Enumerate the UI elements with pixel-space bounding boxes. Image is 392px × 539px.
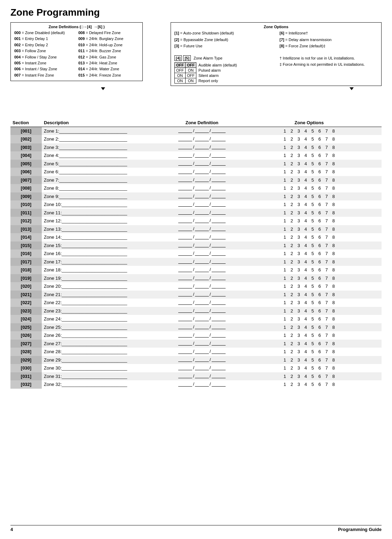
zo-num-7: 7 xyxy=(324,210,329,215)
description-cell: Zone 10:__________________________ xyxy=(42,200,167,209)
alarm-r2-label: Pulsed alarm xyxy=(196,68,239,73)
zd-001: 001 = Entry Delay 1 xyxy=(14,36,75,41)
footnote1: † Intellizone is not for use in UL insta… xyxy=(280,55,378,61)
zo-num-7: 7 xyxy=(324,292,329,297)
zo-num-6: 6 xyxy=(317,300,322,305)
section-cell: [015] xyxy=(10,241,42,250)
slash-field: / / xyxy=(178,234,225,239)
slash-seg-3 xyxy=(212,259,226,264)
slash-seg-2 xyxy=(195,349,209,354)
slash-field: / / xyxy=(178,201,225,207)
zo-num-7: 7 xyxy=(324,243,329,248)
alarm-type-section: [4] [5] Zone Alarm Type OFF OFF Audible … xyxy=(174,55,239,84)
slash-seg-2 xyxy=(195,169,209,174)
zo-num-7: 7 xyxy=(324,218,329,223)
zone-def-cell: / / xyxy=(167,143,237,152)
info-boxes: Zone Definitions (□→[4] →[6] ) 000 = Zon… xyxy=(10,22,382,86)
zd-013: 013 = 24Hr. Heat Zone xyxy=(78,61,139,66)
zo-num-6: 6 xyxy=(317,202,322,207)
main-table: Section Description Zone Definition Zone… xyxy=(10,119,382,389)
zo-num-5: 5 xyxy=(310,374,315,379)
zo-1: [1] = Auto-zone Shutdown (default) xyxy=(174,30,273,36)
zo-num-4: 4 xyxy=(303,276,308,281)
zo-num-6: 6 xyxy=(317,161,322,166)
slash-field: / / xyxy=(178,357,225,362)
slash-field: / / xyxy=(178,300,225,305)
description-cell: Zone 25:__________________________ xyxy=(42,323,167,332)
zo-num-4: 4 xyxy=(303,251,308,256)
zo-num-5: 5 xyxy=(310,365,315,371)
zone-opts-nums: 1 2 3 4 5 6 7 8 xyxy=(239,259,379,264)
zd-007: 007 = Instant Fire Zone xyxy=(14,73,75,78)
section-cell: [003] xyxy=(10,143,42,152)
zo-num-7: 7 xyxy=(324,259,329,264)
description-cell: Zone 29:__________________________ xyxy=(42,356,167,364)
zo-num-7: 7 xyxy=(324,136,329,142)
section-cell: [028] xyxy=(10,348,42,356)
zo-num-4: 4 xyxy=(303,292,308,297)
zone-opts-nums: 1 2 3 4 5 6 7 8 xyxy=(239,153,379,158)
table-row: [002]Zone 2:___________________________ … xyxy=(10,135,382,143)
zone-opt-cell: 1 2 3 4 5 6 7 8 xyxy=(237,258,382,266)
section-cell: [019] xyxy=(10,274,42,283)
zo-num-1: 1 xyxy=(282,365,287,371)
zo-num-1: 1 xyxy=(282,292,287,297)
table-header-row: Section Description Zone Definition Zone… xyxy=(10,119,382,127)
zo-num-2: 2 xyxy=(289,202,294,207)
zo-num-5: 5 xyxy=(310,357,315,363)
zo-num-8: 8 xyxy=(331,243,336,248)
zone-opts-nums: 1 2 3 4 5 6 7 8 xyxy=(239,300,379,305)
zone-opt-cell: 1 2 3 4 5 6 7 8 xyxy=(237,217,382,225)
section-header: Section xyxy=(10,119,42,127)
zo-num-1: 1 xyxy=(282,341,287,346)
slash-seg-1 xyxy=(178,316,192,321)
zd-004: 004 = Follow / Stay Zone xyxy=(14,55,75,60)
zone-opt-cell: 1 2 3 4 5 6 7 8 xyxy=(237,151,382,160)
zo-num-4: 4 xyxy=(303,333,308,338)
slash-seg-1 xyxy=(178,210,192,215)
zone-def-cell: / / xyxy=(167,217,237,225)
zo-num-4: 4 xyxy=(303,136,308,142)
slash-seg-1 xyxy=(178,308,192,313)
zone-opts-nums: 1 2 3 4 5 6 7 8 xyxy=(239,308,379,314)
zone-opt-cell: 1 2 3 4 5 6 7 8 xyxy=(237,274,382,283)
description-cell: Zone 2:___________________________ xyxy=(42,135,167,143)
zo-num-6: 6 xyxy=(317,227,322,232)
footnotes: † Intellizone is not for use in UL insta… xyxy=(280,55,378,68)
slash-seg-3 xyxy=(212,169,226,174)
zo-num-8: 8 xyxy=(331,202,336,207)
zone-opt-cell: 1 2 3 4 5 6 7 8 xyxy=(237,233,382,241)
zone-opt-cell: 1 2 3 4 5 6 7 8 xyxy=(237,364,382,372)
zo-num-3: 3 xyxy=(296,374,301,379)
arrow-right xyxy=(350,87,354,90)
zo-num-1: 1 xyxy=(282,145,287,150)
zo-num-7: 7 xyxy=(324,325,329,330)
zo-num-8: 8 xyxy=(331,349,336,354)
page-title: Zone Programming xyxy=(10,7,382,18)
slash-seg-2 xyxy=(195,251,209,256)
zo-num-2: 2 xyxy=(289,357,294,363)
description-cell: Zone 30:__________________________ xyxy=(42,364,167,372)
zo-num-4: 4 xyxy=(303,349,308,354)
slash-field: / / xyxy=(178,267,225,272)
zo-num-6: 6 xyxy=(317,153,322,158)
zone-def-cell: / / xyxy=(167,135,237,143)
slash-field: / / xyxy=(178,332,225,338)
section-cell: [023] xyxy=(10,307,42,315)
slash-field: / / xyxy=(178,218,225,223)
zo-num-3: 3 xyxy=(296,341,301,346)
zo-num-6: 6 xyxy=(317,210,322,215)
slash-seg-2 xyxy=(195,308,209,313)
slash-seg-3 xyxy=(212,185,226,190)
zo-num-2: 2 xyxy=(289,235,294,240)
slash-seg-2 xyxy=(195,333,209,338)
zo-num-6: 6 xyxy=(317,136,322,142)
zo-num-1: 1 xyxy=(282,259,287,264)
zo-num-2: 2 xyxy=(289,251,294,256)
zone-def-cell: / / xyxy=(167,258,237,266)
zone-def-cell: / / xyxy=(167,291,237,299)
slash-seg-2 xyxy=(195,300,209,305)
zo-num-8: 8 xyxy=(331,259,336,264)
section-cell: [030] xyxy=(10,364,42,372)
slash-seg-3 xyxy=(212,382,226,387)
